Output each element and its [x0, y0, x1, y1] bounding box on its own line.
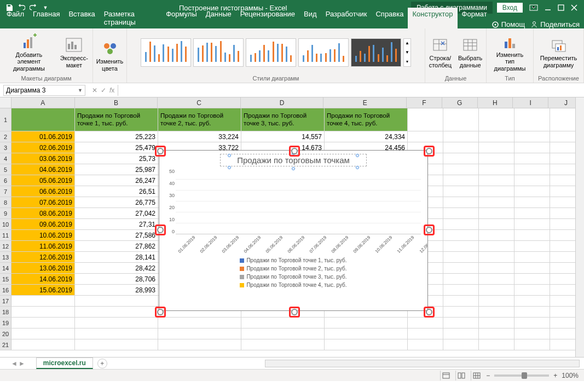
col-header[interactable]: B — [75, 97, 158, 108]
cell[interactable] — [514, 296, 550, 306]
cell[interactable]: 24,334 — [325, 131, 408, 142]
cell[interactable]: 07.06.2019 — [11, 197, 75, 207]
row-header[interactable]: 11 — [0, 230, 11, 240]
cell[interactable] — [443, 175, 479, 186]
cell[interactable] — [325, 339, 408, 350]
chart-handle-mid-left[interactable] — [155, 224, 166, 235]
cell[interactable] — [479, 208, 514, 218]
cell[interactable]: 28,993 — [75, 285, 158, 295]
enter-icon[interactable]: ✓ — [101, 87, 106, 94]
cell[interactable] — [479, 131, 514, 142]
cancel-icon[interactable]: ✕ — [92, 87, 97, 94]
cell[interactable] — [241, 318, 325, 328]
cell[interactable]: 14.06.2019 — [11, 274, 75, 284]
zoom-slider[interactable] — [494, 374, 549, 377]
cell[interactable]: 10.06.2019 — [11, 230, 75, 240]
cell[interactable] — [514, 252, 550, 262]
tab-Разработчик[interactable]: Разработчик — [321, 8, 372, 28]
cell[interactable] — [479, 263, 514, 273]
cell[interactable]: 25,73 — [75, 153, 158, 164]
cell[interactable]: 26,775 — [75, 197, 158, 207]
cell[interactable]: 25,223 — [75, 131, 158, 142]
cell[interactable]: 14,557 — [241, 131, 325, 142]
row-header[interactable]: 10 — [0, 219, 11, 229]
name-box[interactable]: Диаграмма 3▼ — [3, 85, 85, 96]
cell[interactable] — [479, 197, 514, 207]
chart-handle-mid-right[interactable] — [424, 224, 435, 235]
cell[interactable] — [443, 263, 479, 273]
cell[interactable]: Продажи по Торговой точке 1, тыс. руб. — [75, 108, 158, 131]
cell[interactable] — [479, 186, 514, 197]
cell[interactable] — [325, 318, 408, 328]
cell[interactable] — [443, 131, 479, 142]
chart-handle-bot-right[interactable] — [424, 307, 435, 318]
cell[interactable]: 13.06.2019 — [11, 263, 75, 273]
cell[interactable] — [443, 241, 479, 251]
close-icon[interactable] — [571, 4, 577, 11]
cell[interactable] — [408, 328, 443, 339]
row-header[interactable]: 15 — [0, 274, 11, 284]
cell[interactable] — [11, 108, 75, 131]
tab-Конструктор[interactable]: Конструктор — [408, 8, 457, 28]
chart-handle-top-left[interactable] — [155, 146, 166, 157]
switch-row-column-button[interactable]: Строка/ столбец — [427, 35, 454, 69]
cell[interactable]: 27,042 — [75, 208, 158, 218]
cell[interactable]: 15.06.2019 — [11, 285, 75, 295]
signin-button[interactable]: Вход — [497, 3, 523, 13]
cell[interactable] — [479, 108, 514, 131]
cell[interactable] — [408, 318, 443, 328]
cell[interactable] — [241, 328, 325, 339]
cell[interactable] — [514, 219, 550, 229]
cell[interactable] — [479, 307, 514, 317]
col-header[interactable]: A — [11, 97, 75, 108]
row-header[interactable]: 5 — [0, 164, 11, 175]
row-header[interactable]: 13 — [0, 252, 11, 262]
cell[interactable] — [514, 208, 550, 218]
zoom-in-icon[interactable]: + — [553, 372, 557, 379]
cell[interactable]: 26,247 — [75, 175, 158, 186]
row-header[interactable]: 7 — [0, 186, 11, 197]
tab-Главная[interactable]: Главная — [28, 8, 64, 28]
zoom-level[interactable]: 100% — [562, 372, 579, 379]
cell[interactable]: 28,706 — [75, 274, 158, 284]
cell[interactable] — [514, 285, 550, 295]
cell[interactable] — [75, 339, 158, 350]
page-break-icon[interactable] — [471, 371, 482, 381]
row-header[interactable]: 20 — [0, 328, 11, 339]
cell[interactable] — [443, 318, 479, 328]
cell[interactable] — [479, 296, 514, 306]
row-header[interactable]: 8 — [0, 197, 11, 207]
row-header[interactable]: 16 — [0, 285, 11, 295]
chart-handle-top-mid[interactable] — [289, 146, 300, 157]
tab-Разметка страницы[interactable]: Разметка страницы — [100, 8, 161, 28]
chart-style-thumb[interactable] — [141, 38, 191, 67]
cell[interactable]: 11.06.2019 — [11, 241, 75, 251]
cell[interactable] — [443, 142, 479, 153]
cell[interactable] — [514, 164, 550, 175]
cell[interactable] — [241, 339, 325, 350]
cell[interactable] — [443, 252, 479, 262]
cell[interactable] — [479, 230, 514, 240]
cell[interactable]: Продажи по Торговой точке 3, тыс. руб. — [241, 108, 325, 131]
cell[interactable]: 02.06.2019 — [11, 142, 75, 153]
cell[interactable] — [479, 153, 514, 164]
tab-Вид[interactable]: Вид — [299, 8, 321, 28]
chart-handle-bot-left[interactable] — [155, 307, 166, 318]
cell[interactable] — [443, 108, 479, 131]
row-header[interactable]: 6 — [0, 175, 11, 186]
cell[interactable] — [514, 153, 550, 164]
cell[interactable]: 28,141 — [75, 252, 158, 262]
cell[interactable]: 12.06.2019 — [11, 252, 75, 262]
cell[interactable] — [11, 328, 75, 339]
move-chart-button[interactable]: Переместить диаграмму — [538, 35, 579, 69]
cell[interactable] — [75, 296, 158, 306]
cell[interactable] — [443, 307, 479, 317]
tab-Вставка[interactable]: Вставка — [64, 8, 99, 28]
chart-style-thumb[interactable] — [246, 38, 296, 67]
cell[interactable] — [479, 328, 514, 339]
worksheet-grid[interactable]: ABCDEFGHIJ 1Продажи по Торговой точке 1,… — [0, 97, 584, 357]
quick-layout-button[interactable]: Экспресс- макет — [58, 35, 90, 69]
add-chart-element-button[interactable]: Добавить элемент диаграммы — [2, 32, 56, 72]
cell[interactable] — [479, 285, 514, 295]
zoom-out-icon[interactable]: − — [486, 372, 490, 379]
